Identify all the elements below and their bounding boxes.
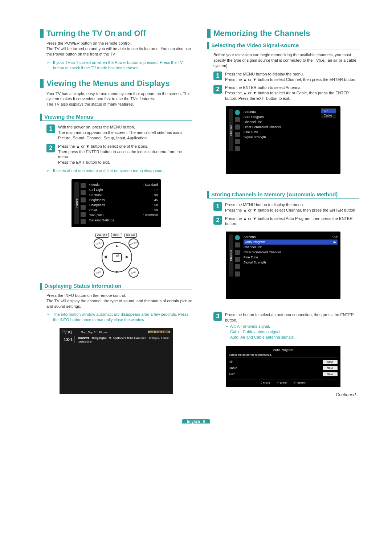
enter-hint: ⏎ Enter bbox=[277, 381, 287, 384]
stereo-label: Stereo/unch bbox=[78, 340, 170, 343]
ap-row-air: AirStart bbox=[229, 359, 338, 365]
step-badge-1: 1 bbox=[213, 71, 222, 80]
osd-item: Signal Strength bbox=[244, 260, 338, 265]
osd-channel-list2: Antenna: Air Auto Program▶ Channel List … bbox=[241, 234, 338, 277]
osd-item: Sharpness: 50 bbox=[89, 202, 158, 208]
start-button: Start bbox=[323, 366, 338, 370]
channel-icon bbox=[81, 197, 86, 202]
dtv-air-chip: DTV Air bbox=[78, 337, 89, 339]
osd-channel-autoprogram: Channel Antenna: Air Auto Program▶ Chann… bbox=[226, 232, 340, 299]
manual-page: Turning the TV On and Off Press the POWE… bbox=[0, 0, 392, 412]
step-badge-2: 2 bbox=[213, 85, 222, 94]
osd-side-label: Channel bbox=[229, 234, 233, 277]
osd-icon-strip bbox=[79, 182, 87, 224]
enter-button: ⏎ bbox=[112, 253, 122, 262]
osd-item: Fine Tune bbox=[244, 130, 338, 135]
osd-auto-program-dialog: Auto Program Select the antennas to memo… bbox=[226, 346, 340, 387]
osd-side-label: Picture bbox=[74, 182, 79, 224]
application-icon bbox=[235, 146, 240, 151]
dolby-chip: Dolby Digital bbox=[91, 337, 107, 339]
osd-picture-menu: Picture • Mode: Standard Cell Light: 7 C… bbox=[72, 179, 161, 227]
move-hint: ◊ Move bbox=[261, 381, 270, 384]
store-step-3: 3 Press the button to select an antenna … bbox=[213, 312, 359, 340]
osd-item: • Mode: Standard bbox=[89, 182, 158, 187]
osd-item: Clear Scrambled Channel bbox=[244, 124, 338, 130]
source-step-1-text: Press the MENU button to display the men… bbox=[225, 71, 359, 82]
ch-list-button: CH LIST bbox=[95, 233, 109, 238]
store-step-2-text: Press the ▲ or ▼ button to select Auto P… bbox=[225, 216, 359, 227]
antenna-dropdown: Air Cable bbox=[321, 109, 336, 118]
subheading-selecting-source: Selecting the Video Signal-source bbox=[207, 42, 359, 49]
osd-item: Tint (G/R): G50/R50 bbox=[89, 213, 158, 218]
power-paragraph: Press the POWER button on the remote con… bbox=[46, 41, 192, 57]
viewing-step-2: 2 Press the ▲ or ▼ button to select one … bbox=[46, 144, 192, 165]
info-format-chip: 480i [4:3] English bbox=[148, 331, 170, 333]
osd-item: Detailed Settings bbox=[89, 218, 158, 223]
note-auto: Auto: Air and Cable antenna signals. bbox=[225, 335, 359, 340]
continued-label: Continued... bbox=[207, 392, 359, 397]
auto-program-msg: Select the antennas to memorize. bbox=[229, 353, 338, 357]
auto-program-footer: ◊ Move ⏎ Enter ↺ Return bbox=[229, 380, 338, 384]
right-column: Memorizing the Channels Selecting the Vi… bbox=[207, 29, 359, 397]
menu-button: MENU bbox=[111, 233, 122, 238]
subheading-status-info: Displaying Status Information bbox=[40, 283, 192, 290]
input-icon bbox=[235, 139, 240, 144]
osd-icon-strip bbox=[233, 109, 241, 151]
input-icon bbox=[235, 264, 240, 269]
osd-item: Channel List bbox=[244, 119, 338, 124]
osd-icon-strip bbox=[233, 234, 241, 277]
channel-icon bbox=[235, 124, 240, 130]
step-badge-3: 3 bbox=[213, 312, 222, 321]
start-button: Start bbox=[323, 372, 338, 376]
osd-item: Clear Scrambled Channel bbox=[244, 250, 338, 255]
source-step-2: 2 Press the ENTER button to select Anten… bbox=[213, 85, 359, 101]
step-badge-2: 2 bbox=[213, 216, 222, 225]
remote-diagram: CH LIST MENU W.LINK ⏎ TOOLS RETURN INFO … bbox=[83, 233, 149, 275]
power-note: If your TV isn't turned on when the Powe… bbox=[46, 60, 192, 71]
tv-number: TV #1 bbox=[62, 330, 72, 334]
osd-item: Color: 50 bbox=[89, 208, 158, 213]
setup-icon bbox=[235, 132, 240, 137]
ap-row-auto: AutoStart bbox=[229, 371, 338, 377]
osd-item: Brightness: 45 bbox=[89, 197, 158, 202]
start-button: Start bbox=[323, 360, 338, 364]
heading-turning-on-off: Turning the TV On and Off bbox=[40, 29, 192, 38]
osd-picture-list: • Mode: Standard Cell Light: 7 Contrast:… bbox=[87, 182, 158, 224]
subheading-storing-channels: Storing Channels in Memory (Automatic Me… bbox=[207, 191, 359, 199]
store-step-3-text: Press the button to select an antenna co… bbox=[225, 312, 359, 340]
viewing-step-1: 1 With the power on, press the MENU butt… bbox=[46, 124, 192, 141]
show-title: M. Spillane's Mike Hammer bbox=[109, 336, 146, 340]
status-note: The information window automatically dis… bbox=[46, 312, 192, 323]
left-column: Turning the TV On and Off Press the POWE… bbox=[40, 29, 192, 397]
store-step-2: 2 Press the ▲ or ▼ button to select Auto… bbox=[213, 216, 359, 227]
application-icon bbox=[235, 271, 240, 277]
viewing-paragraph: Your TV has a simple, easy-to-use menu s… bbox=[46, 91, 192, 107]
osd-item: Channel List bbox=[244, 245, 338, 250]
osd-channel-menu: Channel Antenna Auto Program Channel Lis… bbox=[226, 106, 340, 174]
status-paragraph: Press the INFO button on the remote cont… bbox=[46, 293, 192, 309]
picture-icon bbox=[235, 110, 240, 115]
setup-icon bbox=[235, 257, 240, 262]
wlink-button: W.LINK bbox=[124, 233, 137, 238]
heading-viewing-menus-displays: Viewing the Menus and Displays bbox=[40, 79, 192, 88]
tools-button: TOOLS bbox=[92, 237, 105, 250]
dropdown-option-cable: Cable bbox=[321, 113, 336, 118]
ap-row-cable: CableStart bbox=[229, 365, 338, 371]
channel-number: 13-1 bbox=[62, 336, 75, 343]
exit-button: EXIT bbox=[127, 266, 140, 279]
page-footer: English - 8 bbox=[0, 419, 392, 424]
application-icon bbox=[81, 219, 86, 224]
channel-icon bbox=[235, 250, 240, 255]
osd-item: Contrast: 90 bbox=[89, 192, 158, 197]
viewing-note: It takes about one minute until the on-s… bbox=[46, 168, 192, 173]
osd-item: Cell Light: 7 bbox=[89, 187, 158, 192]
source-paragraph: Before your television can begin memoriz… bbox=[213, 52, 359, 69]
osd-item: Antenna: Air bbox=[244, 234, 338, 240]
sound-icon bbox=[235, 242, 240, 248]
picture-icon bbox=[235, 235, 240, 240]
osd-item: Fine Tune bbox=[244, 255, 338, 260]
viewing-step-1-text: With the power on, press the MENU button… bbox=[58, 124, 192, 141]
viewing-step-2-text: Press the ▲ or ▼ button to select one of… bbox=[58, 144, 192, 165]
osd-item-selected: Auto Program▶ bbox=[244, 240, 338, 245]
auto-program-title: Auto Program bbox=[229, 348, 338, 352]
